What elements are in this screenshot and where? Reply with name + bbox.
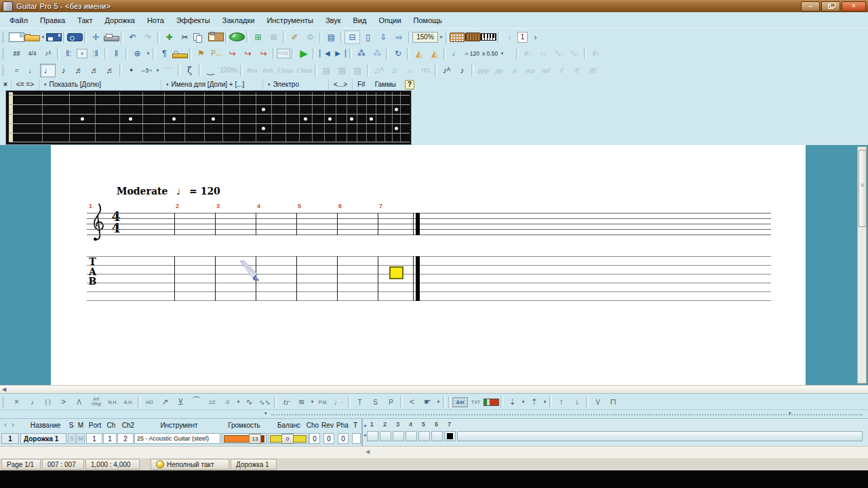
page-setup-button[interactable]: ✛ <box>88 30 104 44</box>
brush-dropdown[interactable]: ▾ <box>435 395 441 409</box>
percussion-panel-button[interactable] <box>465 33 481 41</box>
vibrato-button[interactable]: ∿ <box>241 395 257 409</box>
vertical-scrollbar[interactable] <box>857 146 867 384</box>
track-number-cell[interactable]: 1 <box>1 433 19 444</box>
beam-join-button[interactable]: ♫ <box>387 64 402 77</box>
save-file-button[interactable] <box>46 33 62 41</box>
dynamic-fff-button[interactable]: fff <box>585 64 600 77</box>
beam-link-button[interactable]: ⁀⁀ <box>161 64 176 77</box>
tuplet-button[interactable]: ♪³ <box>40 47 56 60</box>
dotted-note-button[interactable]: • <box>123 64 139 77</box>
tapping-button[interactable]: T <box>352 395 368 409</box>
octave-15ma-button[interactable]: 15ma <box>275 64 294 77</box>
tempo-dropdown[interactable]: ▾ <box>499 47 505 60</box>
staff-layout-3-button[interactable]: ▤ <box>350 64 366 77</box>
wide-vibrato-button[interactable]: ∿∿ <box>257 395 273 409</box>
transpose-flat-down-button[interactable]: ♭↓ <box>536 47 551 60</box>
mix-table-button[interactable] <box>484 399 499 406</box>
next-page-button[interactable]: › <box>528 30 543 44</box>
menu-bookmarks[interactable]: Закладки <box>216 14 261 26</box>
dynamic-ppp-button[interactable]: ppp <box>475 64 491 77</box>
bar-timeline[interactable]: ◂ ◂ 1234567 <box>361 419 868 447</box>
horizontal-scroll-button[interactable]: ⇨ <box>391 30 407 44</box>
bookmark-next-button[interactable]: ↪ <box>256 47 271 60</box>
time-signature-button[interactable]: 4/4 <box>24 47 40 60</box>
strum-up-button[interactable]: ⇡ <box>526 395 542 409</box>
fretboard-show-dropdown[interactable]: ▾ Показать [Долю] <box>39 79 161 89</box>
accent-button[interactable]: > <box>56 395 71 409</box>
palm-mute-button[interactable]: P.M. <box>315 395 331 409</box>
octave-8vb-button[interactable]: 8vb <box>260 64 275 77</box>
menu-track[interactable]: Дорожка <box>99 14 141 26</box>
coda-button[interactable]: ⊕ <box>130 47 145 60</box>
dynamic-mf-button[interactable]: mf <box>538 64 553 77</box>
fretboard-names-dropdown[interactable]: ▾ Имена для [Доли] + [...] <box>161 79 263 89</box>
timeline-bar-cell[interactable] <box>393 431 404 441</box>
tremolo-picking-button[interactable]: ≋ <box>294 395 309 409</box>
hammer-on-button[interactable]: HO <box>142 395 157 409</box>
check-bars-button[interactable] <box>229 33 245 41</box>
lock-button[interactable] <box>172 54 188 58</box>
strum-down-dropdown[interactable]: ▾ <box>520 395 526 409</box>
score-info-button[interactable] <box>67 33 83 41</box>
shift-up-button[interactable]: ⁰₅↑ <box>551 47 567 60</box>
octave-8va-button[interactable]: 8va <box>244 64 260 77</box>
bookmark-goto-button[interactable]: ↪ <box>240 47 256 60</box>
track-name-cell[interactable]: Дорожка 1 <box>20 433 66 444</box>
rest-button[interactable]: ζ <box>182 64 197 77</box>
direction-button[interactable]: ¶ <box>157 47 172 60</box>
shift-string-down-button[interactable]: ↓ <box>569 395 585 409</box>
restore-button[interactable] <box>821 1 840 12</box>
note-32nd-button[interactable]: ♬ <box>87 64 102 77</box>
volume-cell[interactable]: 13 <box>222 433 267 444</box>
cleanup-button[interactable]: ✐ <box>287 30 302 44</box>
zoom-select[interactable]: 150% <box>412 32 438 43</box>
dynamic-ff-button[interactable]: ff <box>569 64 585 77</box>
fretboard-close-button[interactable]: × <box>0 79 12 89</box>
timeline-bar-cell[interactable] <box>444 431 456 441</box>
rse-toggle-button[interactable]: RSE <box>277 49 290 58</box>
overflow-chevron-icon[interactable]: ▾ <box>789 411 791 416</box>
shift-string-up-button[interactable]: ↑ <box>553 395 569 409</box>
instrument-cell[interactable]: 25 - Acoustic Guitar (steel) <box>134 433 220 444</box>
note-whole-button[interactable]: ○ <box>9 64 24 77</box>
slide-dropdown[interactable]: ▾ <box>235 395 241 409</box>
bend-button[interactable]: ↗ <box>157 395 173 409</box>
bookmark-prev-button[interactable]: ↪ <box>224 47 240 60</box>
page-number-box[interactable]: 1 <box>517 32 528 43</box>
scrollbar-thumb[interactable] <box>859 150 867 227</box>
scroll-left-icon[interactable]: ◀ <box>2 386 6 392</box>
undo-button[interactable]: ↶ <box>125 30 140 44</box>
slapping-button[interactable]: S <box>368 395 383 409</box>
beam-brackets-button[interactable]: ΠΠ <box>418 64 433 77</box>
tremolo-cell[interactable] <box>352 433 361 444</box>
note-eighth-button[interactable]: ♪ <box>56 64 71 77</box>
menu-tools[interactable]: Инструменты <box>260 14 319 26</box>
redo-button[interactable]: ↷ <box>140 30 156 44</box>
metronome-button[interactable]: ◭ <box>411 47 427 60</box>
mixer-prev-button[interactable]: ‹ <box>2 421 9 429</box>
note-quarter-button[interactable]: ♩ <box>40 64 56 77</box>
popping-button[interactable]: P <box>383 395 399 409</box>
chorus-cell[interactable]: 0 <box>309 433 320 444</box>
port-cell[interactable]: 1 <box>86 433 102 444</box>
shift-down-button[interactable]: ⁰₅↓ <box>567 47 583 60</box>
open-file-button[interactable] <box>24 35 40 41</box>
zoom-dropdown[interactable]: ▾ <box>438 30 444 44</box>
voice-select-button[interactable]: ♪ <box>454 64 470 77</box>
overflow-chevron-icon[interactable]: ▾ <box>264 411 267 416</box>
page-view-button[interactable]: ⊟ <box>344 30 360 44</box>
fretboard-panel-button[interactable] <box>450 33 465 42</box>
countdown-button[interactable]: ◭ <box>427 47 442 60</box>
timeline-bar-cell[interactable] <box>418 431 430 441</box>
help-button[interactable]: ? <box>405 80 414 89</box>
vertical-scroll-button[interactable]: ⇩ <box>376 30 391 44</box>
minimize-button[interactable]: – <box>801 1 820 12</box>
text-button[interactable]: TXT <box>468 395 484 409</box>
menu-help[interactable]: Помощь <box>408 14 449 26</box>
fretboard[interactable] <box>5 90 412 145</box>
scales-button[interactable]: Гаммы <box>370 79 401 89</box>
fretboard-sound-dropdown[interactable]: ▾ Электро <box>263 79 329 89</box>
insert-measure-button[interactable]: ⊞ <box>250 30 266 44</box>
solo-button[interactable]: S <box>68 433 76 444</box>
